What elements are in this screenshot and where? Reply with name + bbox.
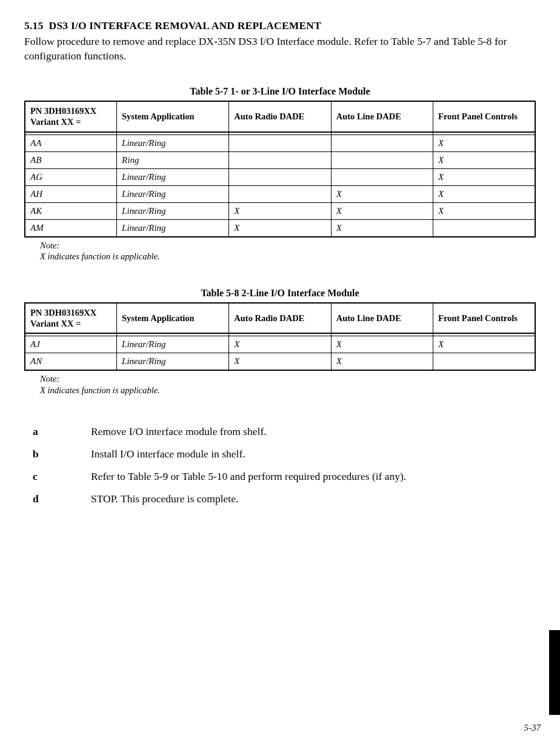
step-text: Install I/O interface module in shelf. [91,448,536,460]
th-fp: Front Panel Controls [433,101,535,131]
step-row: c Refer to Table 5-9 or Table 5-10 and p… [24,470,536,483]
cell-pn: AG [25,168,117,185]
step-letter: d [24,493,91,505]
cell-fp: X [433,168,535,185]
note-label: Note: [40,374,59,384]
cell-fp [433,219,535,237]
step-row: b Install I/O interface module in shelf. [24,448,536,460]
cell-pn: AK [25,202,117,219]
cell-line [331,168,433,185]
procedure-steps: a Remove I/O interface module from shelf… [24,425,536,505]
cell-line: X [331,336,433,353]
table-row: AN Linear/Ring X X [25,353,535,371]
cell-fp: X [433,336,535,353]
cell-line: X [331,202,433,219]
cell-fp: X [433,151,535,168]
table-row: AB Ring X [25,151,535,168]
section-title: DS3 I/O INTERFACE REMOVAL AND REPLACEMEN… [49,19,322,32]
step-letter: c [24,470,91,483]
th-app: System Application [117,101,229,131]
table-5-7: PN 3DH03169XX Variant XX = System Applic… [24,101,536,237]
step-row: d STOP. This procedure is complete. [24,493,536,505]
cell-app: Linear/Ring [117,353,229,371]
note-text: X indicates function is applicable. [40,251,160,261]
cell-pn: AJ [25,336,117,353]
table-5-8-caption: Table 5-8 2-Line I/O Interface Module [24,288,536,299]
section-intro: Follow procedure to remove and replace D… [24,35,536,63]
cell-app: Ring [117,151,229,168]
cell-fp [433,353,535,371]
cell-rad: X [229,353,331,371]
cell-app: Linear/Ring [117,336,229,353]
table-5-8-head: PN 3DH03169XX Variant XX = System Applic… [25,303,535,336]
cell-rad: X [229,202,331,219]
cell-line: X [331,353,433,371]
cell-app: Linear/Ring [117,135,229,151]
table-5-7-caption: Table 5-7 1- or 3-Line I/O Interface Mod… [24,86,536,97]
cell-app: Linear/Ring [117,202,229,219]
table-row: AK Linear/Ring X X X [25,202,535,219]
step-letter: b [24,448,91,460]
table-row: AM Linear/Ring X X [25,219,535,237]
table-5-8-note: Note: X indicates function is applicable… [40,373,536,396]
table-row: AJ Linear/Ring X X X [25,336,535,353]
cell-line [331,135,433,151]
side-tab [549,630,560,715]
th-app: System Application [117,303,229,333]
cell-fp: X [433,135,535,151]
cell-rad [229,151,331,168]
cell-fp: X [433,202,535,219]
section-heading: 5.15 DS3 I/O INTERFACE REMOVAL AND REPLA… [24,19,536,32]
step-row: a Remove I/O interface module from shelf… [24,425,536,438]
cell-rad: X [229,336,331,353]
page-number: 5-37 [524,723,541,733]
cell-rad [229,185,331,202]
cell-rad [229,135,331,151]
table-row: AA Linear/Ring X [25,135,535,151]
cell-app: Linear/Ring [117,219,229,237]
cell-pn: AB [25,151,117,168]
step-text: Remove I/O interface module from shelf. [91,425,536,438]
cell-line: X [331,185,433,202]
table-5-7-head: PN 3DH03169XX Variant XX = System Applic… [25,101,535,135]
step-text: STOP. This procedure is complete. [91,493,536,505]
step-letter: a [24,425,91,438]
cell-fp: X [433,185,535,202]
cell-rad: X [229,219,331,237]
cell-pn: AA [25,135,117,151]
cell-pn: AN [25,353,117,371]
table-row: AH Linear/Ring X X [25,185,535,202]
th-pn: PN 3DH03169XX Variant XX = [25,101,117,131]
cell-rad [229,168,331,185]
cell-app: Linear/Ring [117,185,229,202]
note-label: Note: [40,241,59,250]
th-rad: Auto Radio DADE [229,303,331,333]
th-pn: PN 3DH03169XX Variant XX = [25,303,117,333]
step-text: Refer to Table 5-9 or Table 5-10 and per… [91,470,536,483]
table-5-8-body: AJ Linear/Ring X X X AN Linear/Ring X X [25,336,535,371]
cell-pn: AH [25,185,117,202]
table-5-8: PN 3DH03169XX Variant XX = System Applic… [24,302,536,371]
th-rad: Auto Radio DADE [229,101,331,131]
cell-line: X [331,219,433,237]
cell-line [331,151,433,168]
table-5-7-note: Note: X indicates function is applicable… [40,240,536,263]
cell-pn: AM [25,219,117,237]
note-text: X indicates function is applicable. [40,385,160,395]
th-fp: Front Panel Controls [433,303,535,333]
table-row: AG Linear/Ring X [25,168,535,185]
th-line: Auto Line DADE [331,303,433,333]
cell-app: Linear/Ring [117,168,229,185]
th-line: Auto Line DADE [331,101,433,131]
table-5-7-body: AA Linear/Ring X AB Ring X AG Linear/Rin… [25,135,535,237]
section-number: 5.15 [24,19,43,32]
